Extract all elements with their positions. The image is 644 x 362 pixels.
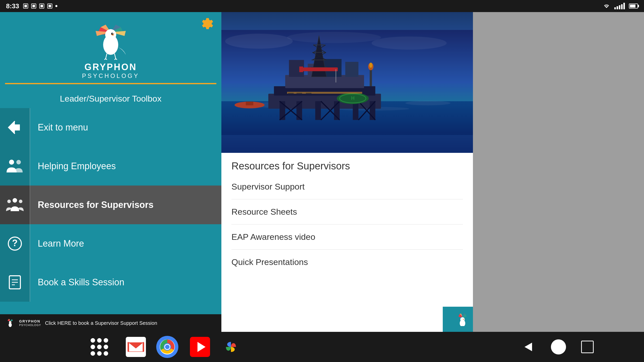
chrome-icon [156,336,179,358]
grid-dot-1 [91,338,95,343]
gmail-app[interactable] [126,337,146,357]
learn-label: Learn More [30,238,92,249]
grid-dot-4 [91,345,95,349]
sidebar: GRYPHON PSYCHOLOGY Leader/Supervisor Too… [0,12,221,332]
section-title: Leader/Supervisor Toolbox [0,89,221,108]
svg-marker-89 [525,343,532,351]
resources-label: Resources for Supervisors [30,200,161,210]
appointment-gryphon-icon [453,312,473,326]
svg-point-10 [13,198,17,203]
list-item-eap-video[interactable]: EAP Awareness video [231,224,463,250]
item-text-eap-video: EAP Awareness video [231,232,315,242]
grid-dot-3 [104,338,108,343]
grid-dot-8 [97,351,102,356]
resources-list: Supervisor Support Resource Sheets EAP A… [231,174,463,275]
notification-icons [23,4,57,9]
chrome-app[interactable] [156,336,179,358]
menu-item-book[interactable]: Book a Skills Session [0,263,221,302]
appointment-bar[interactable]: GRYPHON PSYCHOLOGY Click HERE to make an… [443,307,473,332]
svg-rect-0 [24,5,27,7]
svg-point-88 [228,344,233,349]
youtube-app[interactable] [190,337,210,357]
app-launcher-area [91,338,108,356]
item-text-quick-presentations: Quick Presentations [231,257,308,267]
list-item-quick-presentations[interactable]: Quick Presentations [231,250,463,275]
app-grid-button[interactable] [91,338,108,356]
appointment-logo: GRYPHON PSYCHOLOGY [453,312,473,326]
resources-section: Resources for Supervisors Supervisor Sup… [221,153,473,332]
sidebar-bottom-cta: Click HERE to book a Supervisor Support … [45,320,157,326]
grid-dot-5 [97,345,102,349]
list-item-resource-sheets[interactable]: Resource Sheets [231,199,463,224]
status-bar-right [603,3,638,10]
notif-icon-1 [23,4,28,9]
menu-item-helping[interactable]: Helping Employees [0,147,221,186]
exit-label: Exit to menu [30,122,96,133]
notif-icon-3 [39,4,44,9]
svg-text:?: ? [12,238,18,248]
grid-dot-9 [104,351,108,356]
content-panel: H Resources for Supervisors [221,12,473,332]
svg-point-12 [19,200,22,203]
item-text-supervisor-support: Supervisor Support [231,182,305,191]
menu-item-exit[interactable]: Exit to menu [0,108,221,147]
menu-item-resources[interactable]: Resources for Supervisors [0,186,221,224]
item-text-resource-sheets: Resource Sheets [231,207,297,216]
helping-label: Helping Employees [30,161,123,171]
notif-icon-4 [47,4,52,9]
svg-point-8 [9,160,14,165]
book-label: Book a Skills Session [30,277,132,288]
status-bar-left: 8:33 [6,2,57,10]
back-arrow-icon [522,341,535,353]
wifi-icon [603,3,610,10]
signal-icon [614,3,625,9]
book-icon-box [0,263,30,302]
right-area [473,12,644,332]
logo-area: GRYPHON PSYCHOLOGY [0,12,221,89]
svg-rect-1 [32,5,35,7]
svg-rect-73 [221,30,473,135]
svg-point-7 [112,33,113,34]
resources-icon-box [0,186,30,224]
brand-name: GRYPHON [85,62,137,72]
gmail-icon [126,337,146,357]
battery-fill [630,5,635,8]
svg-point-9 [16,160,21,164]
hero-image: H [221,12,473,153]
navigation-bar [0,332,644,362]
menu-item-learn[interactable]: ? Learn More [0,224,221,263]
svg-point-11 [7,200,11,203]
android-nav-buttons [521,339,594,354]
android-back-button[interactable] [521,339,536,354]
resources-title: Resources for Supervisors [231,160,463,172]
sidebar-bottom-bar[interactable]: GRYPHON PSYCHOLOGY Click HERE to book a … [0,314,221,332]
photos-icon [221,337,241,357]
exit-icon-box [0,108,30,147]
battery-icon [629,4,638,9]
brand-subtitle: PSYCHOLOGY [82,72,139,79]
logo-underline [5,83,216,84]
settings-button[interactable] [201,17,214,31]
grid-dot-2 [97,338,102,343]
youtube-icon [190,337,210,357]
time-display: 8:33 [6,2,19,10]
photos-app[interactable] [221,337,241,357]
main-content: GRYPHON PSYCHOLOGY Leader/Supervisor Too… [0,12,644,332]
android-home-button[interactable] [551,339,566,354]
gryphon-logo [83,22,138,60]
svg-rect-2 [41,5,43,7]
learn-icon-box: ? [0,224,30,263]
svg-rect-3 [49,5,51,7]
list-item-supervisor-support[interactable]: Supervisor Support [231,174,463,199]
grid-dot-6 [104,345,108,349]
status-bar: 8:33 [0,0,644,12]
svg-point-75 [460,320,465,326]
helping-icon-box [0,147,30,186]
dot-indicator [55,5,57,7]
android-recent-button[interactable] [581,341,594,353]
oil-rig-svg: H [221,12,473,153]
svg-point-84 [165,345,170,349]
notif-icon-2 [31,4,36,9]
grid-dot-7 [91,351,95,356]
small-gryphon-icon [4,319,17,327]
